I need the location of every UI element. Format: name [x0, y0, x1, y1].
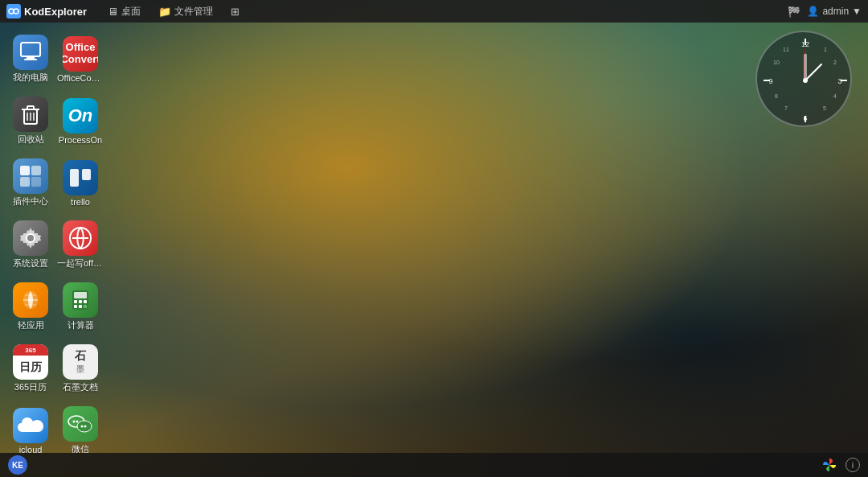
svg-text:4: 4 — [833, 93, 837, 99]
taskbar: KodExplorer 🖥 桌面 📁 文件管理 ⊞ 🏁 👤 admin ▼ — [0, 0, 868, 23]
svg-rect-26 — [74, 305, 77, 308]
svg-rect-16 — [82, 169, 91, 180]
bottom-right: i — [820, 455, 860, 475]
desktop-icons: 我的电脑 OfficeConvert OfficeConvert 回收站 On … — [6, 29, 104, 477]
taskbar-right: 🏁 👤 admin ▼ — [788, 6, 862, 18]
files-icon-nav: 📁 — [158, 6, 171, 18]
svg-point-1 — [14, 9, 18, 14]
icon-plugin[interactable]: 插件中心 — [6, 153, 55, 213]
svg-rect-3 — [27, 56, 35, 59]
user-icon: 👤 — [807, 6, 819, 17]
shimo-sub-text: 墨 — [76, 364, 84, 375]
nav-apps[interactable]: ⊞ — [223, 3, 248, 20]
icon-appstore-label: 轻应用 — [18, 319, 44, 331]
apps-icon-nav: ⊞ — [231, 6, 240, 18]
icon-wechat[interactable]: 微信 — [56, 401, 104, 461]
calendar-bottom: 日历 — [13, 356, 48, 380]
info-button[interactable]: i — [845, 458, 860, 472]
svg-line-52 — [805, 64, 821, 80]
svg-rect-4 — [24, 59, 37, 60]
icon-cowrite-label: 一起写office — [57, 257, 104, 269]
shimo-text: 石 — [75, 349, 86, 364]
svg-point-30 — [73, 421, 76, 423]
icon-office-convert-label: OfficeConvert — [57, 73, 104, 83]
svg-text:5: 5 — [823, 105, 826, 111]
svg-rect-7 — [27, 106, 34, 109]
svg-text:10: 10 — [773, 60, 780, 65]
svg-rect-12 — [31, 166, 41, 175]
icon-office-convert[interactable]: OfficeConvert OfficeConvert — [56, 29, 104, 89]
icon-calculator[interactable]: 计算器 — [56, 277, 104, 337]
clock-svg: 12 3 6 9 1 2 4 5 7 8 10 11 — [757, 32, 854, 129]
icon-settings[interactable]: 系统设置 — [6, 215, 55, 275]
icon-recycle-label: 回收站 — [18, 134, 44, 146]
svg-point-18 — [27, 235, 34, 241]
svg-text:2: 2 — [833, 60, 837, 65]
icon-icloud[interactable]: icloud — [6, 401, 55, 461]
info-label: i — [852, 460, 854, 470]
svg-point-31 — [76, 421, 79, 423]
icon-cowrite[interactable]: 一起写office — [56, 215, 104, 275]
user-caret: ▼ — [852, 6, 862, 17]
user-label: admin — [822, 6, 849, 17]
icon-shimo-label: 石墨文档 — [63, 381, 98, 393]
svg-point-34 — [84, 426, 87, 428]
svg-rect-14 — [31, 177, 41, 187]
svg-rect-23 — [74, 300, 77, 303]
svg-text:1: 1 — [824, 47, 827, 52]
icon-recycle[interactable]: 回收站 — [6, 91, 55, 151]
svg-text:7: 7 — [784, 105, 788, 111]
taskbar-logo[interactable]: KodExplorer — [6, 4, 87, 19]
desktop-icon-nav: 🖥 — [108, 6, 118, 18]
processon-on-text: On — [68, 105, 93, 126]
svg-point-54 — [803, 78, 808, 83]
icon-plugin-label: 插件中心 — [13, 195, 48, 208]
icon-settings-label: 系统设置 — [13, 257, 48, 269]
flag-icon: 🏁 — [788, 6, 800, 18]
pinwheel-icon[interactable] — [820, 455, 839, 475]
icon-my-computer-label: 我的电脑 — [13, 72, 48, 84]
taskbar-nav: 🖥 桌面 📁 文件管理 ⊞ — [100, 2, 788, 21]
svg-rect-28 — [84, 305, 87, 308]
icon-my-computer[interactable]: 我的电脑 — [6, 29, 55, 89]
desktop-background — [0, 0, 868, 477]
svg-rect-24 — [79, 300, 82, 303]
icon-calculator-label: 计算器 — [68, 319, 94, 331]
clock-face: 12 3 6 9 1 2 4 5 7 8 10 11 — [755, 31, 852, 127]
nav-desktop[interactable]: 🖥 桌面 — [100, 2, 149, 21]
svg-rect-11 — [20, 166, 30, 175]
icon-shimo[interactable]: 石 墨 石墨文档 — [56, 339, 104, 399]
bottom-bar: KE i — [0, 453, 868, 477]
svg-rect-13 — [20, 177, 30, 187]
svg-rect-2 — [21, 43, 40, 56]
calendar-top: 365 — [13, 344, 48, 356]
logo-icon — [6, 4, 21, 19]
svg-rect-22 — [74, 292, 87, 298]
logo-text: KodExplorer — [24, 6, 87, 18]
svg-text:11: 11 — [783, 47, 789, 52]
office-convert-text: OfficeConvert — [63, 42, 98, 65]
icon-calendar[interactable]: 365 日历 365日历 — [6, 339, 55, 399]
clock-widget: 12 3 6 9 1 2 4 5 7 8 10 11 — [755, 31, 852, 127]
taskbar-user[interactable]: 👤 admin ▼ — [807, 6, 862, 17]
icon-processon-label: ProcessOn — [59, 135, 102, 145]
icon-trello[interactable]: trello — [56, 153, 104, 213]
svg-rect-25 — [84, 300, 87, 303]
ke-button[interactable]: KE — [8, 455, 27, 475]
svg-point-33 — [81, 426, 84, 428]
svg-rect-27 — [79, 305, 82, 308]
svg-point-0 — [9, 9, 14, 14]
svg-text:8: 8 — [775, 93, 778, 99]
icon-processon[interactable]: On ProcessOn — [56, 91, 104, 151]
ke-label: KE — [12, 461, 23, 470]
icon-appstore[interactable]: 轻应用 — [6, 277, 55, 337]
icon-calendar-label: 365日历 — [14, 381, 47, 393]
svg-rect-15 — [70, 169, 79, 187]
nav-desktop-label: 桌面 — [121, 5, 141, 19]
nav-files[interactable]: 📁 文件管理 — [150, 2, 221, 21]
nav-files-label: 文件管理 — [174, 5, 213, 19]
calendar-icon-inner: 365 日历 — [13, 344, 48, 380]
icon-trello-label: trello — [71, 197, 90, 207]
